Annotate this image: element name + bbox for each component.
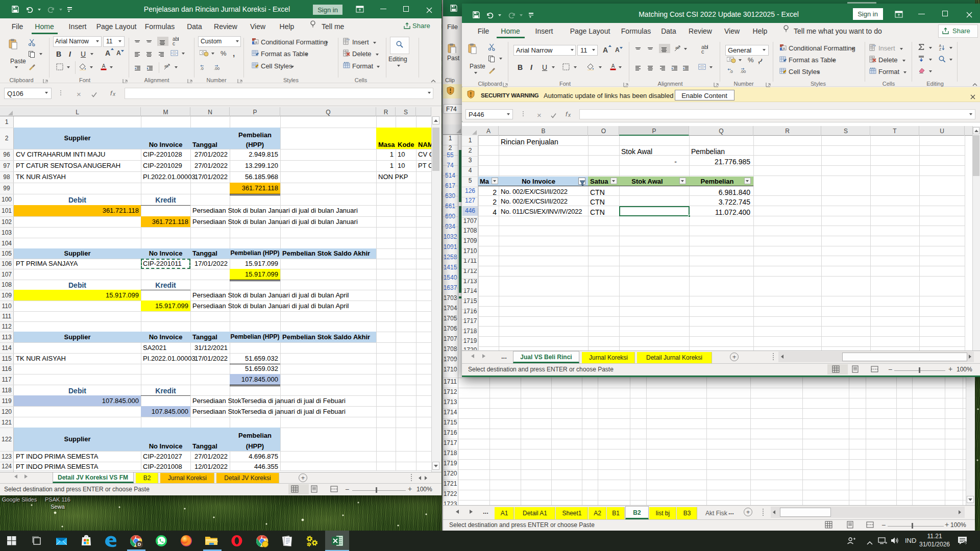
svg-text:ab: ab (675, 46, 679, 49)
svg-text:.00: .00 (214, 66, 220, 71)
svg-text:.00: .00 (740, 69, 746, 74)
svg-text:ab: ab (164, 64, 168, 68)
svg-text:A: A (611, 63, 615, 69)
svg-text:.0: .0 (200, 66, 204, 71)
svg-text:A: A (939, 44, 942, 47)
svg-text:A: A (102, 63, 106, 69)
svg-text:Z: Z (939, 47, 941, 51)
svg-text:.0: .0 (729, 69, 733, 74)
